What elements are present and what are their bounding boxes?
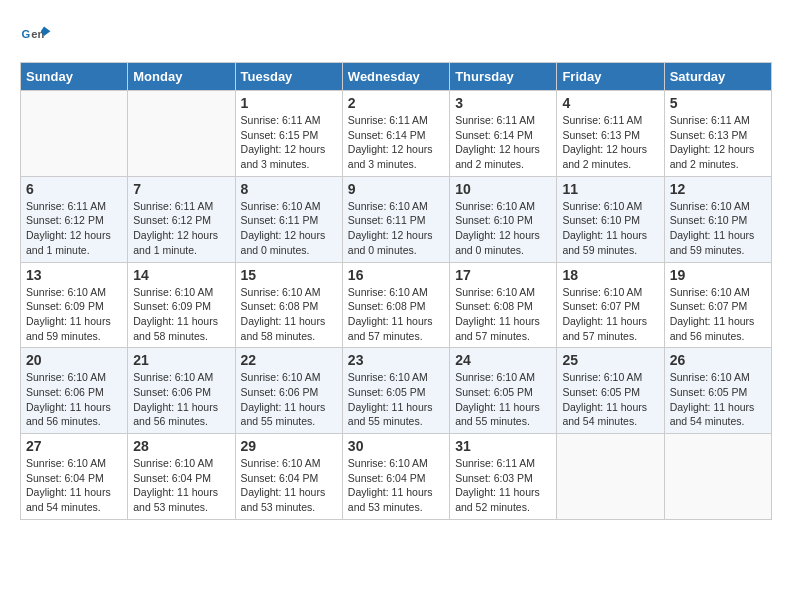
day-number: 29 [241, 438, 337, 454]
day-info: Sunrise: 6:10 AMSunset: 6:06 PMDaylight:… [133, 370, 229, 429]
day-info: Sunrise: 6:11 AMSunset: 6:12 PMDaylight:… [133, 199, 229, 258]
day-number: 25 [562, 352, 658, 368]
weekday-header-wednesday: Wednesday [342, 63, 449, 91]
calendar-cell: 21Sunrise: 6:10 AMSunset: 6:06 PMDayligh… [128, 348, 235, 434]
day-number: 3 [455, 95, 551, 111]
day-number: 23 [348, 352, 444, 368]
calendar-week-1: 1Sunrise: 6:11 AMSunset: 6:15 PMDaylight… [21, 91, 772, 177]
day-number: 4 [562, 95, 658, 111]
calendar-cell: 2Sunrise: 6:11 AMSunset: 6:14 PMDaylight… [342, 91, 449, 177]
day-number: 16 [348, 267, 444, 283]
day-number: 18 [562, 267, 658, 283]
weekday-header-sunday: Sunday [21, 63, 128, 91]
day-number: 27 [26, 438, 122, 454]
day-info: Sunrise: 6:10 AMSunset: 6:08 PMDaylight:… [455, 285, 551, 344]
calendar-cell: 18Sunrise: 6:10 AMSunset: 6:07 PMDayligh… [557, 262, 664, 348]
day-number: 19 [670, 267, 766, 283]
calendar-cell: 16Sunrise: 6:10 AMSunset: 6:08 PMDayligh… [342, 262, 449, 348]
calendar-cell: 20Sunrise: 6:10 AMSunset: 6:06 PMDayligh… [21, 348, 128, 434]
day-info: Sunrise: 6:11 AMSunset: 6:14 PMDaylight:… [455, 113, 551, 172]
calendar-cell: 29Sunrise: 6:10 AMSunset: 6:04 PMDayligh… [235, 434, 342, 520]
day-info: Sunrise: 6:10 AMSunset: 6:04 PMDaylight:… [133, 456, 229, 515]
day-info: Sunrise: 6:11 AMSunset: 6:13 PMDaylight:… [562, 113, 658, 172]
day-info: Sunrise: 6:10 AMSunset: 6:11 PMDaylight:… [348, 199, 444, 258]
calendar-cell: 12Sunrise: 6:10 AMSunset: 6:10 PMDayligh… [664, 176, 771, 262]
day-info: Sunrise: 6:10 AMSunset: 6:08 PMDaylight:… [348, 285, 444, 344]
day-number: 7 [133, 181, 229, 197]
calendar-cell: 3Sunrise: 6:11 AMSunset: 6:14 PMDaylight… [450, 91, 557, 177]
logo: G e n [20, 20, 56, 52]
weekday-header-saturday: Saturday [664, 63, 771, 91]
day-info: Sunrise: 6:10 AMSunset: 6:06 PMDaylight:… [241, 370, 337, 429]
day-info: Sunrise: 6:10 AMSunset: 6:10 PMDaylight:… [562, 199, 658, 258]
calendar-cell: 30Sunrise: 6:10 AMSunset: 6:04 PMDayligh… [342, 434, 449, 520]
weekday-header-thursday: Thursday [450, 63, 557, 91]
day-number: 14 [133, 267, 229, 283]
weekday-header-tuesday: Tuesday [235, 63, 342, 91]
calendar-cell: 5Sunrise: 6:11 AMSunset: 6:13 PMDaylight… [664, 91, 771, 177]
day-info: Sunrise: 6:10 AMSunset: 6:05 PMDaylight:… [348, 370, 444, 429]
calendar-cell [557, 434, 664, 520]
day-number: 13 [26, 267, 122, 283]
calendar-week-2: 6Sunrise: 6:11 AMSunset: 6:12 PMDaylight… [21, 176, 772, 262]
calendar-header-row: SundayMondayTuesdayWednesdayThursdayFrid… [21, 63, 772, 91]
calendar-cell: 9Sunrise: 6:10 AMSunset: 6:11 PMDaylight… [342, 176, 449, 262]
day-number: 1 [241, 95, 337, 111]
calendar-cell [21, 91, 128, 177]
calendar-cell: 24Sunrise: 6:10 AMSunset: 6:05 PMDayligh… [450, 348, 557, 434]
day-number: 21 [133, 352, 229, 368]
day-number: 17 [455, 267, 551, 283]
calendar-table: SundayMondayTuesdayWednesdayThursdayFrid… [20, 62, 772, 520]
calendar-cell [664, 434, 771, 520]
day-info: Sunrise: 6:10 AMSunset: 6:04 PMDaylight:… [26, 456, 122, 515]
day-number: 31 [455, 438, 551, 454]
day-number: 9 [348, 181, 444, 197]
calendar-cell: 14Sunrise: 6:10 AMSunset: 6:09 PMDayligh… [128, 262, 235, 348]
calendar-cell: 15Sunrise: 6:10 AMSunset: 6:08 PMDayligh… [235, 262, 342, 348]
calendar-cell: 10Sunrise: 6:10 AMSunset: 6:10 PMDayligh… [450, 176, 557, 262]
calendar-cell: 13Sunrise: 6:10 AMSunset: 6:09 PMDayligh… [21, 262, 128, 348]
day-info: Sunrise: 6:10 AMSunset: 6:10 PMDaylight:… [670, 199, 766, 258]
calendar-cell: 22Sunrise: 6:10 AMSunset: 6:06 PMDayligh… [235, 348, 342, 434]
day-info: Sunrise: 6:10 AMSunset: 6:04 PMDaylight:… [241, 456, 337, 515]
weekday-header-monday: Monday [128, 63, 235, 91]
day-number: 20 [26, 352, 122, 368]
calendar-week-5: 27Sunrise: 6:10 AMSunset: 6:04 PMDayligh… [21, 434, 772, 520]
day-number: 28 [133, 438, 229, 454]
day-number: 15 [241, 267, 337, 283]
day-info: Sunrise: 6:10 AMSunset: 6:11 PMDaylight:… [241, 199, 337, 258]
day-info: Sunrise: 6:11 AMSunset: 6:14 PMDaylight:… [348, 113, 444, 172]
calendar-week-3: 13Sunrise: 6:10 AMSunset: 6:09 PMDayligh… [21, 262, 772, 348]
calendar-cell: 17Sunrise: 6:10 AMSunset: 6:08 PMDayligh… [450, 262, 557, 348]
calendar-cell: 23Sunrise: 6:10 AMSunset: 6:05 PMDayligh… [342, 348, 449, 434]
day-info: Sunrise: 6:10 AMSunset: 6:04 PMDaylight:… [348, 456, 444, 515]
day-info: Sunrise: 6:10 AMSunset: 6:09 PMDaylight:… [133, 285, 229, 344]
calendar-cell: 11Sunrise: 6:10 AMSunset: 6:10 PMDayligh… [557, 176, 664, 262]
calendar-cell [128, 91, 235, 177]
day-info: Sunrise: 6:10 AMSunset: 6:10 PMDaylight:… [455, 199, 551, 258]
day-number: 5 [670, 95, 766, 111]
day-number: 22 [241, 352, 337, 368]
calendar-cell: 19Sunrise: 6:10 AMSunset: 6:07 PMDayligh… [664, 262, 771, 348]
day-info: Sunrise: 6:10 AMSunset: 6:05 PMDaylight:… [562, 370, 658, 429]
day-info: Sunrise: 6:10 AMSunset: 6:07 PMDaylight:… [670, 285, 766, 344]
day-number: 24 [455, 352, 551, 368]
calendar-cell: 7Sunrise: 6:11 AMSunset: 6:12 PMDaylight… [128, 176, 235, 262]
calendar-cell: 31Sunrise: 6:11 AMSunset: 6:03 PMDayligh… [450, 434, 557, 520]
day-info: Sunrise: 6:10 AMSunset: 6:05 PMDaylight:… [670, 370, 766, 429]
calendar-week-4: 20Sunrise: 6:10 AMSunset: 6:06 PMDayligh… [21, 348, 772, 434]
calendar-cell: 27Sunrise: 6:10 AMSunset: 6:04 PMDayligh… [21, 434, 128, 520]
day-info: Sunrise: 6:11 AMSunset: 6:15 PMDaylight:… [241, 113, 337, 172]
day-info: Sunrise: 6:10 AMSunset: 6:07 PMDaylight:… [562, 285, 658, 344]
day-number: 8 [241, 181, 337, 197]
day-info: Sunrise: 6:11 AMSunset: 6:03 PMDaylight:… [455, 456, 551, 515]
day-number: 10 [455, 181, 551, 197]
weekday-header-friday: Friday [557, 63, 664, 91]
svg-text:G: G [22, 28, 31, 40]
day-number: 26 [670, 352, 766, 368]
calendar-cell: 8Sunrise: 6:10 AMSunset: 6:11 PMDaylight… [235, 176, 342, 262]
day-info: Sunrise: 6:11 AMSunset: 6:13 PMDaylight:… [670, 113, 766, 172]
day-info: Sunrise: 6:10 AMSunset: 6:05 PMDaylight:… [455, 370, 551, 429]
calendar-cell: 25Sunrise: 6:10 AMSunset: 6:05 PMDayligh… [557, 348, 664, 434]
calendar-cell: 28Sunrise: 6:10 AMSunset: 6:04 PMDayligh… [128, 434, 235, 520]
